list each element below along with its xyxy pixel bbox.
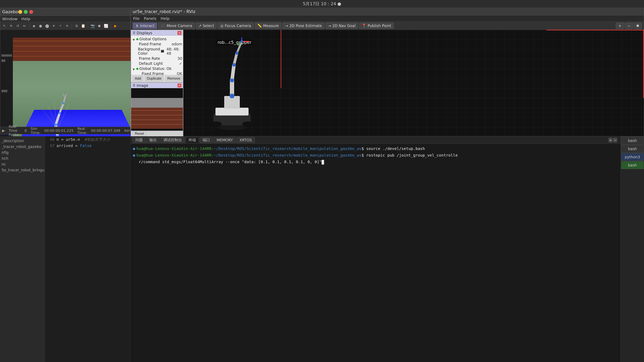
gazebo-play-btn[interactable]: ▶ — [2, 128, 5, 133]
left-file-item-1[interactable]: _description — [2, 138, 43, 144]
terminal-cmd-1: $ source ./devel/setup.bash — [362, 146, 425, 151]
terminal-add-btn[interactable]: + — [608, 138, 612, 142]
code-line-num-66: 66 — [47, 137, 54, 142]
gazebo-paste-icon[interactable]: 📋 — [80, 23, 86, 29]
focus-camera-icon: ◎ — [220, 23, 224, 28]
terminal-cursor: █ — [322, 160, 324, 164]
gz-num-9 — [0, 78, 12, 83]
rviz-titlebar: ur5e_tracer_robot.rviz* - RViz — [131, 8, 644, 15]
gazebo-spotlight-icon[interactable]: ⚡ — [58, 23, 63, 29]
terminal-tabs: 问题 输出 调试控制台 终端 端口 MEMORY XRTOS — [130, 136, 644, 144]
frame-rate-row[interactable]: Frame Rate 30 — [132, 56, 182, 61]
bash-tab-2[interactable]: bash — [621, 145, 644, 153]
terminal-tab-3[interactable]: 终端 — [186, 137, 199, 143]
bash-tab-1[interactable]: bash — [621, 137, 644, 144]
gazebo-rotate-icon[interactable]: ↺ — [15, 23, 20, 29]
gazebo-scale-icon[interactable]: ⇔ — [22, 23, 27, 29]
duplicate-btn[interactable]: Duplicate — [145, 76, 164, 81]
gazebo-pause-icon[interactable]: ▶ — [113, 23, 118, 29]
gazebo-maximize-btn[interactable] — [24, 10, 28, 14]
displays-panel-title: Displays — [136, 31, 152, 35]
terminal-tab-2[interactable]: 调试控制台 — [160, 137, 185, 143]
terminal-content[interactable]: ● hua@hua-Lenovo-XiaoXin-Air-14ARR: ~/De… — [130, 144, 644, 362]
terminal-tab-6[interactable]: XRTOS — [236, 137, 254, 143]
add-btn[interactable]: Add — [133, 76, 143, 81]
gazebo-record-icon[interactable]: ⏺ — [96, 23, 102, 29]
global-status-dot: ● — [136, 66, 138, 71]
remove-btn[interactable]: Remove — [165, 76, 182, 81]
gazebo-minimize-btn[interactable] — [18, 10, 22, 14]
rviz-settings-btn[interactable]: ✱ — [634, 22, 642, 29]
global-options-row[interactable]: ▼ ● Global Options — [132, 36, 182, 41]
gazebo-copy-icon[interactable]: ⧉ — [74, 23, 79, 29]
gazebo-menu: Window Help — [0, 16, 130, 22]
left-file-item-3[interactable]: nfig — [2, 150, 43, 155]
left-file-item-4[interactable]: nch — [2, 155, 43, 161]
move-camera-icon: 🎥 — [161, 23, 166, 28]
rviz-menu-file[interactable]: File — [133, 16, 140, 21]
interact-btn[interactable]: 🖱 Interact — [133, 22, 157, 29]
rviz-add-panel-btn[interactable]: + — [616, 22, 624, 29]
rviz-menu-panels[interactable]: Panels — [144, 16, 156, 21]
terminal-tab-4[interactable]: 端口 — [200, 137, 213, 143]
displays-panel-close-btn[interactable]: ✕ — [178, 31, 181, 35]
gazebo-sphere-icon[interactable]: ● — [38, 23, 43, 29]
fixed-frame-row[interactable]: Fixed Frame odom — [132, 41, 182, 46]
svg-point-39 — [240, 40, 243, 43]
terminal-bullet-1: ● — [133, 146, 135, 151]
svg-point-23 — [211, 121, 222, 127]
rviz-window: ur5e_tracer_robot.rviz* - RViz File Pane… — [130, 8, 644, 136]
gazebo-box-icon[interactable]: ▪ — [31, 23, 36, 29]
terminal-tab-0[interactable]: 问题 — [132, 137, 146, 143]
gazebo-camera-icon[interactable]: 📷 — [90, 23, 96, 29]
svg-line-29 — [232, 65, 234, 80]
global-status-row[interactable]: ▼ ● Global Status: Ok — [132, 66, 182, 71]
rviz-menu-help[interactable]: Help — [161, 16, 170, 21]
gazebo-chart-icon[interactable]: 📈 — [103, 23, 109, 29]
image-content — [131, 88, 183, 136]
gazebo-pointlight-icon[interactable]: ✦ — [51, 23, 56, 29]
left-file-panel: _description _tracer_robot_gazebo nfig n… — [0, 136, 45, 362]
reset-btn[interactable]: Reset — [133, 131, 146, 136]
fixed-frame-status-row[interactable]: Fixed Frame OK — [132, 71, 182, 75]
select-btn[interactable]: ↗ Select — [196, 22, 217, 29]
nav-goal-btn[interactable]: → 2D Nav Goal — [326, 22, 358, 29]
gazebo-cursor-icon[interactable]: ↖ — [2, 23, 7, 29]
left-file-item-2[interactable]: _tracer_robot_gazebo — [2, 144, 43, 150]
rviz-3d-viewport[interactable]: rob...c5_gripper — [183, 30, 644, 136]
move-camera-btn[interactable]: 🎥 Move Camera — [158, 22, 195, 29]
gazebo-close-btn[interactable] — [29, 10, 33, 14]
image-panel-icon: ☰ — [133, 83, 136, 87]
pose-estimate-btn[interactable]: → 2D Pose Estimate — [282, 22, 324, 29]
gazebo-win-controls[interactable] — [18, 10, 33, 14]
terminal-tab-5[interactable]: MEMORY — [214, 137, 236, 143]
default-light-row[interactable]: Default Light ✓ — [132, 61, 182, 66]
interact-icon: 🖱 — [135, 23, 139, 28]
terminal-tab-1[interactable]: 输出 — [146, 137, 160, 143]
gazebo-cylinder-icon[interactable]: ⬤ — [44, 23, 50, 29]
gazebo-translate-icon[interactable]: ✛ — [8, 23, 14, 29]
real-time-value: 00:00:00:07.349 — [91, 128, 120, 133]
svg-point-35 — [230, 94, 234, 98]
left-file-item-6[interactable]: 5e_tracer_robot_bringup.launch — [2, 167, 43, 173]
rviz-robot-svg — [195, 37, 269, 135]
gazebo-menu-item-window[interactable]: Window — [2, 16, 18, 21]
gazebo-dirlight-icon[interactable]: ☀ — [64, 23, 70, 29]
gz-num-13 — [0, 99, 12, 104]
python-tab[interactable]: python3 — [621, 153, 644, 161]
svg-rect-25 — [216, 108, 248, 115]
background-color-row[interactable]: Background Color 48; 48; 48 — [132, 46, 182, 56]
terminal-prompt-1: hua@hua-Lenovo-XiaoXin-Air-14ARR: — [136, 146, 214, 151]
svg-line-30 — [234, 53, 237, 65]
gz-num-2 — [0, 43, 12, 48]
gazebo-menu-item-help[interactable]: Help — [22, 16, 30, 21]
left-file-item-5[interactable]: nc — [2, 161, 43, 167]
publish-point-btn[interactable]: 📍 Publish Point — [359, 22, 394, 29]
rviz-remove-panel-btn[interactable]: − — [625, 22, 633, 29]
measure-btn[interactable]: 📏 Measure — [255, 22, 282, 29]
terminal-remove-btn[interactable]: − — [613, 138, 617, 142]
bash-tab-3[interactable]: bash — [621, 161, 644, 169]
image-panel-close-btn[interactable]: ✕ — [178, 83, 181, 87]
pose-estimate-icon: → — [285, 23, 288, 28]
focus-camera-btn[interactable]: ◎ Focus Camera — [218, 22, 254, 29]
